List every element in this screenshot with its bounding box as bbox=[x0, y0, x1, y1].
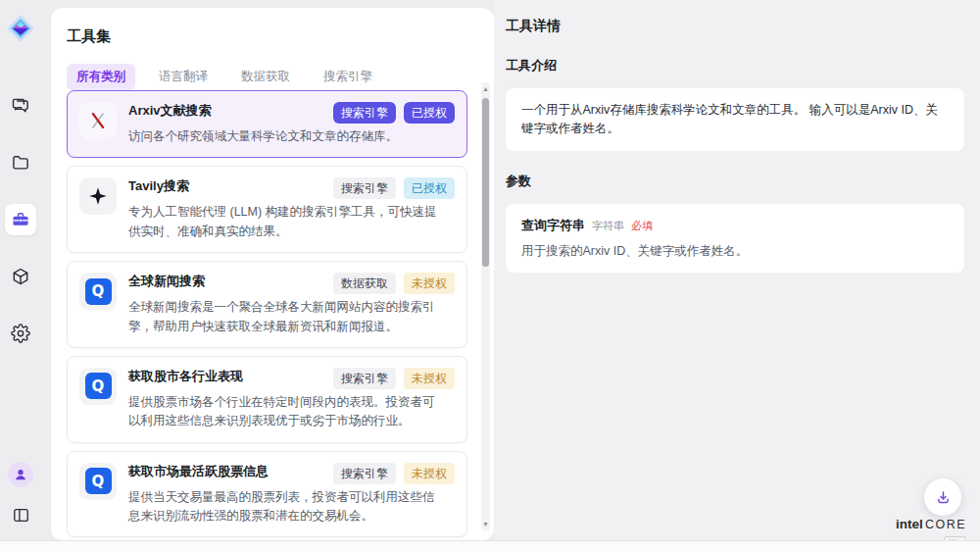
tools-panel: 工具集 所有类别语言翻译数据获取搜索引擎 Arxiv文献搜索 搜索引擎 已授权 … bbox=[51, 8, 494, 540]
intel-wordmark: intel bbox=[896, 518, 923, 531]
tool-card[interactable]: Q 获取股市各行业表现 搜索引擎 未授权 提供股票市场各个行业在特定时间段内的表… bbox=[67, 356, 467, 443]
tool-card[interactable]: Q 全球新闻搜索 数据获取 未授权 全球新闻搜索是一个聚合全球各大新闻网站内容的… bbox=[67, 261, 467, 348]
tool-icon-tile: Q bbox=[79, 273, 117, 310]
tool-description: 提供股票市场各个行业在特定时间段内的表现。投资者可以利用这些信息来识别表现优于或… bbox=[128, 393, 444, 431]
rail-item-cube[interactable] bbox=[5, 261, 36, 292]
intro-box: 一个用于从Arxiv存储库搜索科学论文和文章的工具。 输入可以是Arxiv ID… bbox=[506, 88, 964, 151]
category-badge: 搜索引擎 bbox=[333, 463, 396, 484]
tool-card[interactable]: Arxiv文献搜索 搜索引擎 已授权 访问各个研究领域大量科学论文和文章的存储库… bbox=[67, 90, 467, 158]
scroll-down-icon[interactable]: ▼ bbox=[481, 520, 490, 528]
tools-panel-title: 工具集 bbox=[67, 27, 494, 46]
tool-title: 获取股市各行业表现 bbox=[128, 368, 243, 385]
rail-item-toolbox[interactable] bbox=[5, 204, 36, 235]
rail-item-chat[interactable] bbox=[5, 90, 36, 122]
chat-icon bbox=[11, 96, 30, 116]
folder-icon bbox=[11, 153, 30, 173]
auth-status-badge: 未授权 bbox=[404, 463, 455, 484]
juhe-icon: Q bbox=[85, 278, 112, 305]
category-badge: 搜索引擎 bbox=[333, 177, 396, 199]
cube-icon bbox=[11, 267, 30, 286]
left-rail bbox=[0, 0, 41, 540]
tool-title: 全球新闻搜索 bbox=[128, 273, 205, 290]
auth-status-badge: 已授权 bbox=[404, 177, 455, 199]
tool-icon-tile: Q bbox=[79, 368, 117, 405]
tool-icon-tile: Q bbox=[79, 463, 117, 500]
tool-icon-tile bbox=[79, 177, 117, 215]
scroll-up-icon[interactable]: ▲ bbox=[481, 84, 490, 93]
panel-toggle-icon bbox=[12, 506, 30, 525]
intro-text: 一个用于从Arxiv存储库搜索科学论文和文章的工具。 输入可以是Arxiv ID… bbox=[521, 101, 949, 138]
arxiv-icon bbox=[87, 110, 109, 131]
param-desc: 用于搜索的Arxiv ID、关键字或作者姓名。 bbox=[521, 243, 949, 260]
gear-icon bbox=[11, 324, 30, 343]
intro-heading: 工具介绍 bbox=[506, 57, 964, 75]
sidebar-toggle-button[interactable] bbox=[5, 499, 36, 530]
category-badge: 数据获取 bbox=[333, 273, 396, 294]
tool-description: 全球新闻搜索是一个聚合全球各大新闻网站内容的搜索引擎，帮助用户快速获取全球最新资… bbox=[128, 298, 444, 336]
rail-item-settings[interactable] bbox=[5, 318, 36, 349]
core-wordmark: core bbox=[925, 519, 966, 531]
tool-description: 专为人工智能代理 (LLM) 构建的搜索引擎工具，可快速提供实时、准确和真实的结… bbox=[128, 203, 444, 241]
param-required-badge: 必填 bbox=[631, 219, 653, 233]
tab-1[interactable]: 语言翻译 bbox=[149, 64, 218, 90]
details-title: 工具详情 bbox=[506, 18, 964, 35]
rail-nav bbox=[5, 90, 36, 349]
app-window: 工具集 所有类别语言翻译数据获取搜索引擎 Arxiv文献搜索 搜索引擎 已授权 … bbox=[0, 0, 980, 552]
tool-icon-tile bbox=[79, 102, 117, 139]
category-badge: 搜索引擎 bbox=[333, 102, 396, 124]
category-badge: 搜索引擎 bbox=[333, 368, 396, 389]
tavily-star-icon bbox=[87, 185, 109, 207]
list-scrollbar[interactable]: ▲ ▼ bbox=[481, 82, 490, 530]
tool-card[interactable]: Q 获取市场最活跃股票信息 搜索引擎 未授权 提供当天交易量最高的股票列表，投资… bbox=[67, 451, 467, 538]
category-tabs: 所有类别语言翻译数据获取搜索引擎 bbox=[67, 64, 494, 90]
tool-title: Tavily搜索 bbox=[128, 177, 189, 195]
download-icon bbox=[935, 489, 952, 506]
auth-status-badge: 未授权 bbox=[404, 368, 455, 389]
tool-card[interactable]: Tavily搜索 搜索引擎 已授权 专为人工智能代理 (LLM) 构建的搜索引擎… bbox=[67, 166, 467, 253]
tab-2[interactable]: 数据获取 bbox=[231, 64, 300, 90]
tab-3[interactable]: 搜索引擎 bbox=[314, 64, 382, 90]
tab-0[interactable]: 所有类别 bbox=[67, 64, 135, 90]
person-icon bbox=[13, 467, 28, 482]
juhe-icon: Q bbox=[85, 468, 112, 494]
tool-description: 提供当天交易量最高的股票列表，投资者可以利用这些信息来识别流动性强的股票和潜在的… bbox=[128, 488, 444, 527]
tool-title: Arxiv文献搜索 bbox=[128, 102, 212, 120]
download-button[interactable] bbox=[924, 478, 961, 516]
rail-item-folder[interactable] bbox=[5, 147, 36, 178]
juhe-icon: Q bbox=[85, 373, 112, 399]
scrollbar-thumb[interactable] bbox=[482, 98, 489, 267]
toolbox-icon bbox=[11, 210, 30, 229]
tool-details-panel: 工具详情 工具介绍 一个用于从Arxiv存储库搜索科学论文和文章的工具。 输入可… bbox=[494, 0, 980, 540]
user-avatar[interactable] bbox=[8, 462, 33, 487]
tool-title: 获取市场最活跃股票信息 bbox=[128, 463, 269, 480]
tool-card-list: Arxiv文献搜索 搜索引擎 已授权 访问各个研究领域大量科学论文和文章的存储库… bbox=[67, 90, 467, 540]
app-logo-icon bbox=[6, 14, 35, 43]
tool-description: 访问各个研究领域大量科学论文和文章的存储库。 bbox=[128, 127, 444, 146]
window-bottom-strip bbox=[0, 540, 980, 552]
auth-status-badge: 已授权 bbox=[404, 102, 455, 124]
params-heading: 参数 bbox=[506, 173, 964, 190]
auth-status-badge: 未授权 bbox=[404, 273, 455, 294]
param-type: 字符串 bbox=[592, 219, 624, 233]
param-name: 查询字符串 bbox=[521, 217, 585, 234]
param-box: 查询字符串 字符串 必填 用于搜索的Arxiv ID、关键字或作者姓名。 bbox=[506, 204, 964, 273]
